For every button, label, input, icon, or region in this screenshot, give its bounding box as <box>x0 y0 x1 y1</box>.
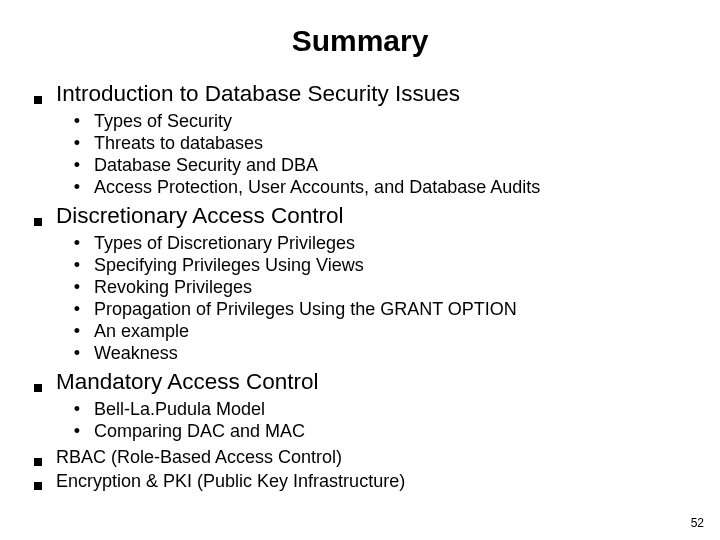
section-rbac: RBAC (Role-Based Access Control) <box>34 446 686 469</box>
bullet-icon: • <box>72 399 82 421</box>
list-item-text: Types of Security <box>94 111 232 133</box>
bullet-icon: • <box>72 111 82 133</box>
section-label: Discretionary Access Control <box>56 202 344 230</box>
list-item-text: Threats to databases <box>94 133 263 155</box>
square-bullet-icon <box>34 384 42 392</box>
square-bullet-icon <box>34 458 42 466</box>
bullet-icon: • <box>72 233 82 255</box>
list-item: •Propagation of Privileges Using the GRA… <box>72 299 686 321</box>
square-bullet-icon <box>34 96 42 104</box>
bullet-icon: • <box>72 155 82 177</box>
bullet-icon: • <box>72 421 82 443</box>
bullet-icon: • <box>72 177 82 199</box>
list-item: •Specifying Privileges Using Views <box>72 255 686 277</box>
section-intro: Introduction to Database Security Issues… <box>34 80 686 199</box>
sub-list: •Types of Discretionary Privileges •Spec… <box>72 233 686 365</box>
list-item: •Bell-La.Pudula Model <box>72 399 686 421</box>
sub-list: •Bell-La.Pudula Model •Comparing DAC and… <box>72 399 686 443</box>
list-item-text: Revoking Privileges <box>94 277 252 299</box>
bullet-icon: • <box>72 321 82 343</box>
square-bullet-icon <box>34 482 42 490</box>
section-label: Encryption & PKI (Public Key Infrastruct… <box>56 470 405 493</box>
slide: Summary Introduction to Database Securit… <box>0 0 720 540</box>
list-item-text: An example <box>94 321 189 343</box>
list-item: •Access Protection, User Accounts, and D… <box>72 177 686 199</box>
square-bullet-icon <box>34 218 42 226</box>
list-item-text: Types of Discretionary Privileges <box>94 233 355 255</box>
section-label: Mandatory Access Control <box>56 368 319 396</box>
bullet-icon: • <box>72 255 82 277</box>
list-item: •Threats to databases <box>72 133 686 155</box>
section-encryption: Encryption & PKI (Public Key Infrastruct… <box>34 470 686 493</box>
list-item-text: Weakness <box>94 343 178 365</box>
list-item-text: Bell-La.Pudula Model <box>94 399 265 421</box>
list-item: •Weakness <box>72 343 686 365</box>
list-item: •Types of Security <box>72 111 686 133</box>
list-item-text: Access Protection, User Accounts, and Da… <box>94 177 540 199</box>
slide-title: Summary <box>34 24 686 58</box>
bullet-icon: • <box>72 133 82 155</box>
list-item-text: Database Security and DBA <box>94 155 318 177</box>
section-mac: Mandatory Access Control •Bell-La.Pudula… <box>34 368 686 443</box>
page-number: 52 <box>691 516 704 530</box>
bullet-icon: • <box>72 343 82 365</box>
list-item: •Database Security and DBA <box>72 155 686 177</box>
list-item: •Types of Discretionary Privileges <box>72 233 686 255</box>
outline-list: Introduction to Database Security Issues… <box>34 80 686 493</box>
bullet-icon: • <box>72 299 82 321</box>
bullet-icon: • <box>72 277 82 299</box>
section-label: Introduction to Database Security Issues <box>56 80 460 108</box>
section-label: RBAC (Role-Based Access Control) <box>56 446 342 469</box>
list-item-text: Propagation of Privileges Using the GRAN… <box>94 299 517 321</box>
list-item-text: Comparing DAC and MAC <box>94 421 305 443</box>
list-item: •An example <box>72 321 686 343</box>
section-dac: Discretionary Access Control •Types of D… <box>34 202 686 365</box>
list-item: •Revoking Privileges <box>72 277 686 299</box>
sub-list: •Types of Security •Threats to databases… <box>72 111 686 199</box>
list-item-text: Specifying Privileges Using Views <box>94 255 364 277</box>
list-item: •Comparing DAC and MAC <box>72 421 686 443</box>
